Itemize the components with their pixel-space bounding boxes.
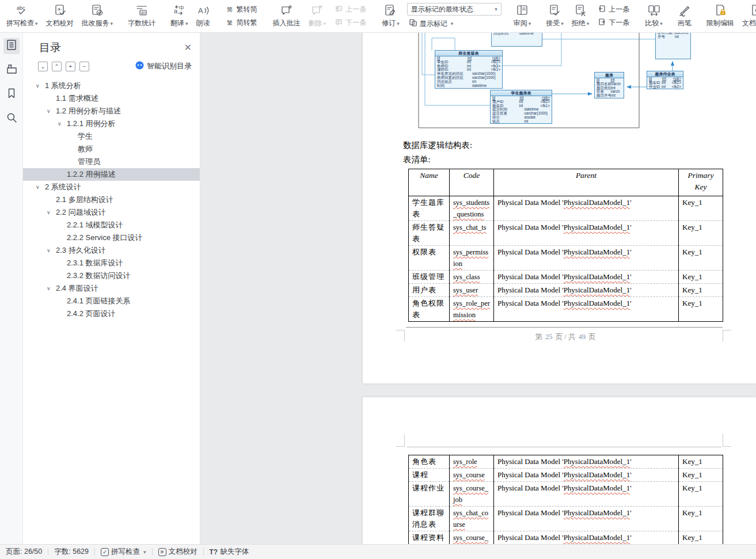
status-missing-font-button[interactable]: T? 缺失字体 bbox=[210, 547, 249, 557]
word-count-button[interactable]: 80 字数统计 bbox=[124, 0, 159, 32]
simp-to-trad-button[interactable]: 繁 简转繁 bbox=[224, 17, 259, 29]
table-cell: Key_1 bbox=[679, 246, 723, 271]
table-row: 课程群聊消息表sys_chat_coursePhysical Data Mode… bbox=[409, 507, 723, 531]
accept-button[interactable]: 接受▾ bbox=[542, 0, 568, 32]
document-canvas[interactable]: 师生答疑表idint<pk>学生IDint<fk2>教师IDint<fk3>课程… bbox=[200, 33, 756, 544]
table-cell: sys_course_job bbox=[450, 482, 494, 507]
delete-comment-button[interactable]: 删除▾ bbox=[305, 0, 330, 32]
chevron-down-icon[interactable]: ∨ bbox=[47, 108, 56, 114]
table-cell: 权限表 bbox=[409, 246, 450, 271]
toc-item[interactable]: 教师 bbox=[23, 143, 200, 155]
table-cell: Key_1 bbox=[679, 469, 723, 482]
table-cell: 课程群聊消息表 bbox=[409, 507, 450, 531]
doc-permission-button[interactable]: 文档权限 bbox=[738, 0, 756, 32]
toc-item[interactable]: ∨2 系统设计 bbox=[23, 181, 200, 193]
toc-item[interactable]: 2.4.1 页面链接关系 bbox=[23, 295, 200, 307]
toc-item[interactable]: ∨2.2 问题域设计 bbox=[23, 206, 200, 219]
chevron-down-icon[interactable]: ∨ bbox=[36, 184, 45, 190]
status-doc-proofread-button[interactable]: ✕ 文档校对 bbox=[158, 547, 197, 557]
toc-expand-all-button[interactable]: ⌃ bbox=[52, 62, 62, 71]
next-comment-icon bbox=[335, 18, 343, 28]
grading-service-button[interactable]: 批改服务▾ bbox=[78, 0, 117, 32]
prev-comment-button[interactable]: 上一条 bbox=[333, 4, 368, 16]
table-row: 权限表sys_permissionPhysical Data Model 'Ph… bbox=[409, 246, 723, 271]
doc-proofread-icon: a- bbox=[53, 3, 67, 18]
translate-icon: a中 bbox=[172, 3, 186, 18]
toc-item[interactable]: ∨2.3 持久化设计 bbox=[23, 244, 200, 257]
table-cell: sys_permission bbox=[450, 246, 494, 271]
prev-comment-icon bbox=[335, 5, 343, 15]
chevron-down-icon[interactable]: ∨ bbox=[58, 121, 67, 127]
prev-change-button[interactable]: 上一条 bbox=[596, 4, 631, 16]
table-cell: 角色表 bbox=[409, 455, 450, 469]
smart-recognize-toc-button[interactable]: 智能识别目录 bbox=[135, 61, 192, 71]
er-entity-field: 时间datetime bbox=[435, 84, 502, 88]
markup-state-dropdown[interactable]: 显示标记的最终状态▾ bbox=[407, 3, 502, 16]
page-footer: 第 25 页 / 共 49 页 bbox=[408, 332, 723, 342]
missing-font-icon: T? bbox=[210, 548, 218, 556]
close-icon[interactable]: ✕ bbox=[184, 43, 192, 52]
toc-plus-button[interactable]: + bbox=[66, 62, 75, 71]
prev-change-icon bbox=[598, 5, 606, 15]
rail-search-button[interactable] bbox=[3, 111, 20, 127]
toc-item[interactable]: ∨2.4 界面设计 bbox=[23, 282, 200, 295]
col-header-code: Code bbox=[450, 169, 494, 196]
rail-toc-button[interactable] bbox=[3, 38, 20, 54]
toc-item[interactable]: 2.3.1 数据库设计 bbox=[23, 257, 200, 269]
toc-item[interactable]: 2.2.2 Service 接口设计 bbox=[23, 231, 200, 244]
table-cell: Physical Data Model 'PhysicalDataModel_1… bbox=[494, 469, 679, 482]
reject-button[interactable]: 拒绝▾ bbox=[568, 0, 594, 32]
track-changes-button[interactable]: 修订▾ bbox=[378, 0, 404, 32]
doc-proofread-button[interactable]: a- 文档校对 bbox=[42, 0, 78, 32]
translate-button[interactable]: a中 翻译▾ bbox=[166, 0, 192, 32]
toc-item[interactable]: 2.2.1 域模型设计 bbox=[23, 219, 200, 231]
rail-bookmark-button[interactable] bbox=[3, 86, 20, 102]
toc-item-label: 2.4.2 页面设计 bbox=[67, 309, 116, 319]
toc-item[interactable]: 管理员 bbox=[23, 155, 200, 168]
toc-item[interactable]: ∨1 系统分析 bbox=[23, 79, 200, 92]
chevron-down-icon[interactable]: ∨ bbox=[47, 286, 56, 291]
document-page-2: 角色表sys_rolePhysical Data Model 'Physical… bbox=[363, 397, 756, 544]
toc-item[interactable]: ∨1.2 用例分析与描述 bbox=[23, 105, 200, 117]
next-change-icon bbox=[598, 18, 606, 28]
toc-item[interactable]: 2.3.2 数据访问设计 bbox=[23, 269, 200, 282]
toc-item[interactable]: 学生 bbox=[23, 130, 200, 143]
compare-button[interactable]: 比较▾ bbox=[641, 0, 667, 32]
restrict-edit-button[interactable]: 限制编辑 bbox=[702, 0, 738, 32]
next-comment-button[interactable]: 下一条 bbox=[333, 17, 368, 29]
trad-to-simp-button[interactable]: 简 繁转简 bbox=[224, 4, 259, 16]
brush-button[interactable]: 画笔 bbox=[674, 0, 696, 32]
next-change-button[interactable]: 下一条 bbox=[596, 17, 631, 29]
table-cell: sys_chat_ts bbox=[450, 221, 494, 246]
toc-collapse-all-button[interactable]: ⌄ bbox=[38, 62, 48, 71]
toc-item[interactable]: 1.1 需求概述 bbox=[23, 92, 200, 105]
rail-approval-button[interactable] bbox=[3, 62, 20, 78]
toc-item[interactable]: 2.4.2 页面设计 bbox=[23, 307, 200, 320]
show-markup-button[interactable]: 显示标记▾ bbox=[407, 18, 502, 29]
review-button[interactable]: 审阅▾ bbox=[510, 0, 535, 32]
svg-text:a: a bbox=[174, 7, 178, 14]
toc-item[interactable]: 2.1 多层结构设计 bbox=[23, 193, 200, 206]
status-spell-check-button[interactable]: ✓ 拼写检查▾ bbox=[101, 547, 146, 557]
table-header-row: Name Code Parent Primary Key bbox=[409, 169, 723, 196]
read-aloud-button[interactable]: A 朗读 bbox=[192, 0, 214, 32]
chevron-down-icon[interactable]: ∨ bbox=[47, 248, 56, 253]
chevron-down-icon[interactable]: ∨ bbox=[47, 210, 56, 215]
insert-comment-button[interactable]: 插入批注 bbox=[269, 0, 305, 32]
table-cell: 学生题库表 bbox=[409, 196, 450, 221]
table-cell: Physical Data Model 'PhysicalDataModel_1… bbox=[494, 531, 679, 545]
toc-item-label: 2.3 持久化设计 bbox=[56, 245, 106, 256]
accept-icon bbox=[548, 3, 561, 18]
table-cell: sys_students_questions bbox=[450, 196, 494, 221]
er-entity: 序号int消息时间datetime bbox=[491, 33, 542, 47]
spell-check-button[interactable]: abc 拼写检查▾ bbox=[2, 0, 42, 32]
toc-item-label: 2.4 界面设计 bbox=[56, 283, 98, 294]
toc-item[interactable]: 1.2.2 用例描述 bbox=[23, 168, 200, 181]
toc-item[interactable]: ∨1.2.1 用例分析 bbox=[23, 117, 200, 130]
table-row: 学生题库表sys_students_questionsPhysical Data… bbox=[409, 196, 723, 221]
toc-minus-button[interactable]: − bbox=[79, 62, 89, 71]
chevron-down-icon[interactable]: ∨ bbox=[36, 83, 45, 89]
svg-text:中: 中 bbox=[179, 5, 184, 11]
delete-comment-icon bbox=[310, 3, 324, 18]
table-row: 师生答疑表sys_chat_tsPhysical Data Model 'Phy… bbox=[409, 221, 723, 246]
